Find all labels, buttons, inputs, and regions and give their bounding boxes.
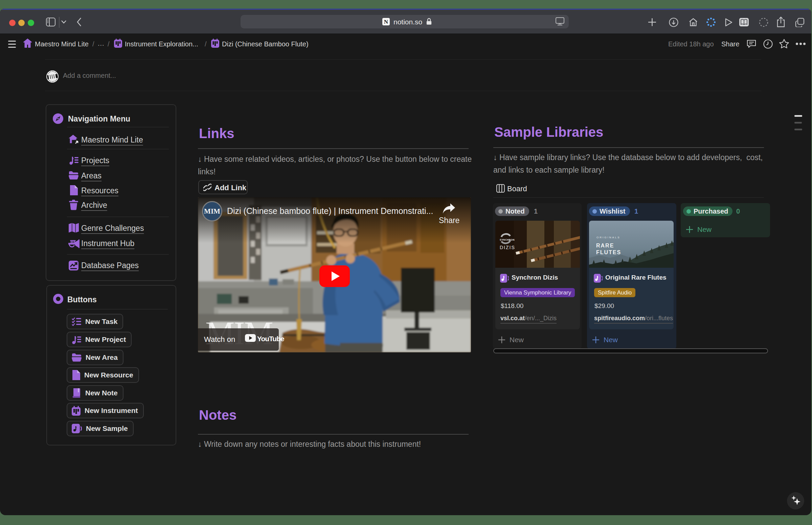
svg-text:DIZIS: DIZIS	[500, 245, 515, 250]
svg-text:N: N	[384, 19, 388, 25]
svg-text:RARE: RARE	[596, 243, 614, 249]
svg-text:SYNCHRON: SYNCHRON	[500, 239, 515, 241]
svg-text:ORIG!NALS: ORIG!NALS	[597, 236, 621, 239]
svg-text:FLUTES: FLUTES	[596, 250, 621, 255]
